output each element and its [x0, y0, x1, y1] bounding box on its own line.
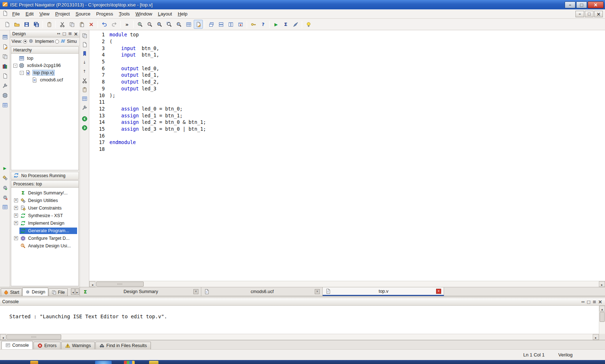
new-file-button[interactable] [1, 72, 9, 80]
process-item[interactable]: Analyze Design Usi... [11, 242, 79, 250]
maximize-button[interactable]: □ [576, 1, 587, 8]
process-item[interactable]: Generate Program... [11, 227, 79, 234]
launch-button[interactable] [291, 20, 300, 29]
process-expander[interactable]: + [14, 214, 18, 217]
save-button[interactable] [22, 20, 31, 29]
process-item[interactable]: +Design Utilities [11, 197, 79, 204]
tab-close-icon[interactable]: × [315, 289, 320, 294]
process-item[interactable]: +Configure Target D... [11, 234, 79, 242]
run-button[interactable]: ▶ [272, 20, 281, 29]
cascade-button[interactable] [207, 20, 216, 29]
console-output[interactable]: Started : "Launching ISE Text Editor to … [0, 306, 599, 334]
console-scroll-up-button[interactable]: ▴ [599, 306, 605, 311]
process-expander[interactable]: + [14, 221, 18, 225]
zoom-full-button[interactable] [155, 20, 164, 29]
menu-tools[interactable]: Tools [116, 10, 133, 18]
process-expander[interactable]: + [14, 236, 18, 240]
close-button[interactable]: × [588, 1, 604, 8]
undo-button[interactable] [100, 20, 109, 29]
console-tab-console[interactable]: Console [1, 341, 33, 349]
minimize-button[interactable]: – [565, 1, 575, 8]
panel-tab-design[interactable]: Design [22, 288, 48, 296]
tab-close-icon[interactable]: × [436, 289, 441, 294]
gear-check-button[interactable] [1, 184, 9, 192]
editor-scroll-right-button[interactable]: ▸ [599, 281, 605, 287]
close-button[interactable]: × [73, 31, 79, 36]
code-area[interactable]: 1module top2(3 input btn_0,4 input btn_1… [89, 30, 605, 281]
console-hscrollbar[interactable]: ◂ ▸ [0, 334, 599, 340]
console-vscroll-track[interactable] [599, 311, 605, 334]
process-item[interactable]: +Implement Design [11, 219, 79, 227]
table-button[interactable] [1, 203, 9, 211]
copy-button[interactable] [67, 20, 76, 29]
clipboard-button[interactable] [45, 20, 54, 29]
dock-button[interactable]: ⊞ [67, 31, 73, 36]
page-edit-button[interactable] [1, 43, 9, 51]
process-expander[interactable]: + [14, 206, 18, 210]
console-scroll-right-button[interactable]: ▸ [593, 334, 599, 340]
clipboard-button[interactable] [81, 86, 88, 93]
console-tab-errors[interactable]: Errors [33, 342, 60, 349]
menu-source[interactable]: Source [73, 10, 93, 18]
wrench-button[interactable] [81, 104, 88, 111]
chip-button[interactable] [1, 91, 9, 99]
gear-x-button[interactable] [1, 193, 9, 201]
console-tab-warnings[interactable]: Warnings [61, 342, 95, 349]
grid-button[interactable] [184, 20, 193, 29]
gears-button[interactable] [1, 174, 9, 182]
dock-button[interactable]: ⊞ [592, 299, 597, 304]
menu-window[interactable]: Window [133, 10, 155, 18]
books-button[interactable] [1, 62, 9, 70]
process-expander[interactable]: + [14, 198, 18, 202]
open-folder-button[interactable] [12, 20, 21, 29]
redo-button[interactable] [109, 20, 118, 29]
zoom-out-button[interactable] [145, 20, 154, 29]
new-file-button[interactable] [81, 41, 88, 48]
restore-button[interactable]: □ [585, 11, 593, 17]
whats-this-button[interactable]: ? [259, 20, 268, 29]
tile-vertical-button[interactable] [226, 20, 235, 29]
lightbulb-button[interactable] [304, 20, 313, 29]
editor-tab[interactable]: top.v× [323, 287, 444, 296]
process-item[interactable]: +User Constraints [11, 204, 79, 212]
console-vscroll-thumb[interactable] [600, 312, 605, 322]
menu-layout[interactable]: Layout [155, 10, 175, 18]
editor-hscroll-track[interactable] [95, 281, 599, 287]
tile-horizontal-button[interactable] [216, 20, 225, 29]
float-button[interactable]: ↔ [56, 31, 61, 36]
maximize-button[interactable]: □ [62, 31, 67, 36]
zoom-region-button[interactable] [165, 20, 174, 29]
play-button[interactable]: ▶ [1, 164, 9, 172]
menu-help[interactable]: Help [175, 10, 191, 18]
menu-process[interactable]: Process [93, 10, 116, 18]
panel-tabs-scroll-left-button[interactable]: ◂ [71, 288, 75, 295]
taskbar-app-icon-3[interactable] [124, 361, 135, 364]
tree-item[interactable]: -xc6slx4-2cpg196 [11, 62, 79, 69]
overflow-button[interactable]: » [122, 20, 131, 29]
close-window-button[interactable] [236, 20, 245, 29]
bookmark-button[interactable] [81, 50, 88, 57]
menu-edit[interactable]: Edit [23, 10, 36, 18]
console-tab-find-in-files-results[interactable]: Find in Files Results [95, 342, 151, 349]
wrench-button[interactable] [1, 82, 9, 90]
tree-item[interactable]: cmods6.ucf [11, 76, 79, 84]
process-item[interactable]: +Synthesize - XST [11, 212, 79, 219]
tree-item[interactable]: -top (top.v) [11, 69, 79, 76]
sigma-button[interactable]: Σ [281, 20, 290, 29]
tree-expander[interactable]: - [20, 71, 24, 75]
window-button[interactable] [1, 33, 9, 41]
simulation-radio[interactable] [55, 40, 59, 44]
paste-button[interactable] [77, 20, 86, 29]
save-all-button[interactable] [32, 20, 41, 29]
taskbar-app-icon-2[interactable] [95, 361, 112, 364]
editor-tab[interactable]: ΣDesign Summary× [80, 287, 201, 296]
close-button[interactable]: × [597, 299, 603, 304]
nav-back-button[interactable] [81, 115, 88, 122]
panel-tab-start[interactable]: Start [1, 288, 22, 296]
table-button[interactable] [1, 101, 9, 109]
cut-button[interactable] [58, 20, 67, 29]
arrow-down-button[interactable]: ↓ [81, 59, 88, 66]
editor-hscroll-thumb[interactable] [96, 282, 144, 287]
pages-button[interactable] [81, 32, 88, 39]
menu-project[interactable]: Project [52, 10, 72, 18]
